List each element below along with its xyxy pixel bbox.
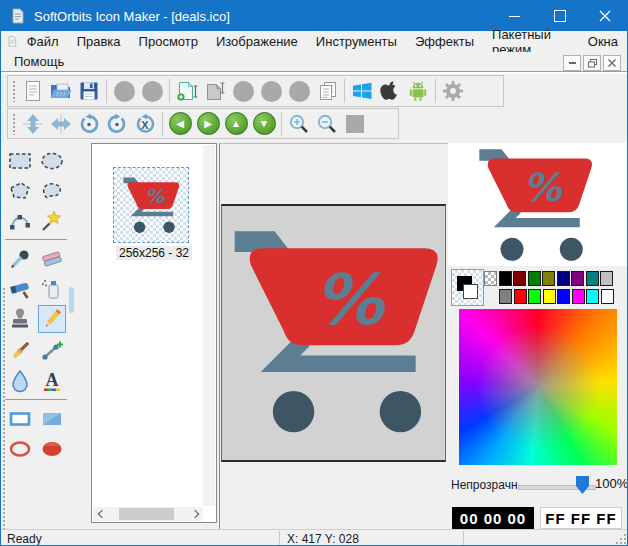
shift-down-button[interactable]: ▼ — [250, 111, 278, 137]
edit-canvas[interactable] — [221, 204, 446, 462]
foreground-background-colors[interactable] — [451, 269, 484, 306]
tool-blur-drop-button[interactable] — [6, 367, 34, 395]
palette-swatch[interactable] — [513, 271, 526, 286]
export-apple-button[interactable] — [376, 78, 404, 104]
pencil-icon — [40, 307, 64, 331]
palette-swatch[interactable] — [572, 289, 585, 304]
toolbar-separator — [435, 79, 436, 103]
color-gradient-picker[interactable] — [459, 309, 617, 465]
menu-windows[interactable]: Окна — [579, 32, 627, 51]
tool-brush-button[interactable] — [6, 337, 34, 365]
disabled-button-4[interactable] — [257, 78, 285, 104]
flip-vertical-button[interactable] — [19, 111, 47, 137]
rotate-cw-button[interactable] — [103, 111, 131, 137]
menu-tools[interactable]: Инструменты — [307, 32, 406, 51]
hscroll-thumb[interactable] — [119, 508, 174, 520]
current-color-button[interactable] — [341, 111, 369, 137]
tool-lasso-select-button[interactable] — [38, 177, 66, 205]
palette-swatch[interactable] — [600, 271, 613, 286]
tool-paint-roller-button[interactable] — [6, 275, 34, 303]
shift-up-button[interactable]: ▲ — [222, 111, 250, 137]
disabled-button-1[interactable] — [110, 78, 138, 104]
new-document-button[interactable] — [19, 78, 47, 104]
opacity-slider-thumb[interactable] — [576, 474, 589, 494]
menu-help[interactable]: Помощь — [5, 52, 73, 71]
page-list-button[interactable] — [313, 78, 341, 104]
mdi-close-button[interactable] — [603, 55, 621, 71]
rotate-ccw-button[interactable] — [75, 111, 103, 137]
palette-swatch[interactable] — [557, 271, 570, 286]
tool-text-button[interactable]: A — [38, 367, 66, 395]
menu-file[interactable]: Файл — [18, 32, 68, 51]
flip-horizontal-button[interactable] — [47, 111, 75, 137]
resize-grip[interactable] — [616, 534, 626, 544]
tool-color-picker-button[interactable] — [6, 245, 34, 273]
pages-hscrollbar[interactable] — [93, 507, 203, 521]
page-thumbnail-256[interactable] — [114, 168, 188, 242]
palette-swatch[interactable] — [557, 289, 570, 304]
shift-left-button[interactable]: ◀ — [166, 111, 194, 137]
menu-image[interactable]: Изображение — [207, 32, 307, 51]
palette-swatch[interactable] — [601, 289, 614, 304]
palette-swatch[interactable] — [528, 271, 541, 286]
foreground-hex-value[interactable]: 00 00 00 — [452, 507, 534, 529]
mdi-minimize-button[interactable] — [563, 55, 581, 71]
disabled-button-5[interactable] — [285, 78, 313, 104]
palette-swatch[interactable] — [571, 271, 584, 286]
tool-spray-button[interactable] — [38, 275, 66, 303]
toolbar-grip[interactable] — [12, 80, 17, 102]
zoom-out-button[interactable] — [313, 111, 341, 137]
new-image-size-button[interactable] — [173, 78, 201, 104]
tool-ellipse-select-button[interactable] — [38, 147, 66, 175]
mdi-restore-button[interactable] — [583, 55, 601, 71]
tool-rect-outline-button[interactable] — [6, 405, 34, 433]
shift-right-button[interactable]: ▶ — [194, 111, 222, 137]
tool-pencil-button[interactable] — [38, 305, 66, 333]
toolbar-separator — [344, 79, 345, 103]
tool-polygon-select-button[interactable] — [6, 177, 34, 205]
tool-rect-select-button[interactable] — [6, 147, 34, 175]
background-hex-value[interactable]: FF FF FF — [540, 507, 622, 529]
right-panel: Непрозрачн 100% 00 00 00 FF FF FF — [448, 143, 628, 529]
palette-swatch[interactable] — [514, 289, 527, 304]
tool-ellipse-outline-button[interactable] — [6, 435, 34, 463]
zoom-in-button[interactable] — [285, 111, 313, 137]
resize-image-button[interactable] — [201, 78, 229, 104]
disabled-button-2[interactable] — [138, 78, 166, 104]
menu-view[interactable]: Просмотр — [130, 32, 207, 51]
tool-ellipse-filled-button[interactable] — [38, 435, 66, 463]
palette-swatch[interactable] — [528, 289, 541, 304]
settings-button[interactable] — [439, 78, 467, 104]
tool-magic-wand-button[interactable] — [38, 207, 66, 235]
palette-swatch[interactable] — [543, 289, 556, 304]
scroll-right-icon[interactable] — [189, 507, 203, 521]
tool-curve-button[interactable] — [6, 207, 34, 235]
palette-swatch[interactable] — [484, 271, 497, 286]
export-android-button[interactable] — [404, 78, 432, 104]
open-file-button[interactable] — [47, 78, 75, 104]
palette-swatch[interactable] — [586, 271, 599, 286]
close-button[interactable] — [582, 1, 627, 31]
pages-vscrollbar[interactable] — [203, 145, 215, 506]
mdi-minimize-icon — [569, 62, 576, 64]
palette-swatch[interactable] — [542, 271, 555, 286]
toolbar-grip[interactable] — [12, 113, 17, 135]
tool-polyline-button[interactable] — [38, 337, 66, 365]
tool-rect-filled-button[interactable] — [38, 405, 66, 433]
tools-scrollbar[interactable] — [69, 287, 74, 313]
pages-panel: 256x256 - 32 — [91, 143, 217, 523]
menu-edit[interactable]: Правка — [68, 32, 130, 51]
rect-filled-icon — [40, 407, 64, 431]
background-color-swatch[interactable] — [463, 284, 478, 299]
tool-stamp-button[interactable] — [6, 305, 34, 333]
disabled-button-3[interactable] — [229, 78, 257, 104]
scroll-left-icon[interactable] — [93, 507, 107, 521]
palette-swatch[interactable] — [499, 289, 512, 304]
save-file-button[interactable] — [75, 78, 103, 104]
export-windows-button[interactable] — [348, 78, 376, 104]
palette-swatch[interactable] — [586, 289, 599, 304]
palette-swatch[interactable] — [499, 271, 512, 286]
tool-eraser-button[interactable] — [38, 245, 66, 273]
rotate-custom-button[interactable]: X — [131, 111, 159, 137]
menu-effects[interactable]: Эффекты — [406, 32, 483, 51]
